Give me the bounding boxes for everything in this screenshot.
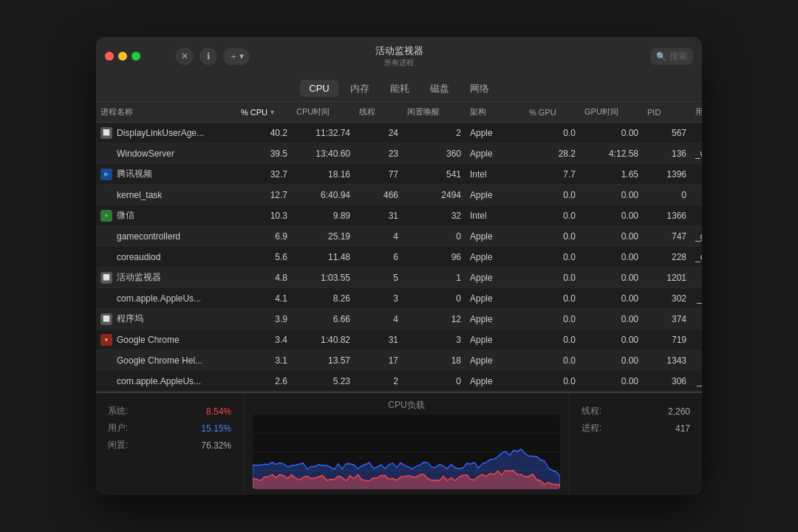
table-row[interactable]: ●微信10.39.893132Intel0.00.001366lumi xyxy=(96,205,702,226)
td-% GPU: 0.0 xyxy=(525,231,580,242)
td-架构: Apple xyxy=(466,376,525,386)
th-用户[interactable]: 用户 xyxy=(691,102,702,122)
tab-磁盘[interactable]: 磁盘 xyxy=(421,79,458,98)
add-button[interactable]: ＋ ▾ xyxy=(223,48,250,65)
td-闲置唤醒: 541 xyxy=(403,169,466,180)
tab-CPU[interactable]: CPU xyxy=(300,80,338,97)
td-% CPU: 40.2 xyxy=(236,128,292,138)
table-row[interactable]: com.apple.AppleUs...2.65.2320Apple0.00.0… xyxy=(96,371,702,392)
table-header: 进程名称% CPU ▼CPU时间线程闲置唤醒架构% GPUGPU时间PID用户 xyxy=(96,102,702,123)
td-线程: 4 xyxy=(355,231,403,242)
search-icon: 🔍 xyxy=(656,52,666,61)
process-name-text: gamecontrollerd xyxy=(117,231,180,242)
stat-label-right: 进程: xyxy=(582,422,601,434)
stat-row: 系统:8.54% xyxy=(108,405,231,417)
info-icon[interactable]: ℹ xyxy=(200,47,217,65)
td-进程名称: ⬜活动监视器 xyxy=(96,271,236,284)
tab-能耗[interactable]: 能耗 xyxy=(381,79,418,98)
td-闲置唤醒: 1 xyxy=(403,273,466,283)
close-button[interactable] xyxy=(105,52,114,61)
td-用户: root xyxy=(691,190,702,200)
stat-value: 76.32% xyxy=(201,440,231,451)
tab-内存[interactable]: 内存 xyxy=(341,79,378,98)
td-闲置唤醒: 0 xyxy=(403,293,466,304)
th-% CPU[interactable]: % CPU ▼ xyxy=(236,102,292,122)
tab-网络[interactable]: 网络 xyxy=(461,79,498,98)
th-GPU时间[interactable]: GPU时间 xyxy=(580,102,643,122)
process-name-text: 微信 xyxy=(117,209,134,222)
td-PID: 302 xyxy=(643,293,691,304)
td-GPU时间: 1.65 xyxy=(580,169,643,180)
td-用户: _coreau... xyxy=(691,252,702,262)
td-% GPU: 0.0 xyxy=(525,355,580,366)
table-row[interactable]: ⬜活动监视器4.81:03.5551Apple0.00.001201lumi xyxy=(96,267,702,288)
td-架构: Intel xyxy=(466,169,525,180)
td-架构: Apple xyxy=(466,293,525,304)
td-进程名称: ●Google Chrome xyxy=(96,334,236,346)
minimize-button[interactable] xyxy=(118,52,127,61)
td-% GPU: 0.0 xyxy=(525,211,580,221)
th-CPU时间[interactable]: CPU时间 xyxy=(292,102,355,122)
stat-row-right: 线程:2,260 xyxy=(582,405,690,417)
td-架构: Apple xyxy=(466,355,525,366)
td-GPU时间: 0.00 xyxy=(580,314,643,324)
td-进程名称: Google Chrome Hel... xyxy=(96,355,236,366)
td-PID: 1343 xyxy=(643,355,691,366)
table-row[interactable]: WindowServer39.513:40.6023360Apple28.24:… xyxy=(96,143,702,164)
td-用户: lumi xyxy=(691,169,702,180)
close-icon[interactable]: ✕ xyxy=(176,47,194,65)
table-row[interactable]: coreaudiod5.611.48696Apple0.00.00228_cor… xyxy=(96,247,702,267)
td-闲置唤醒: 2494 xyxy=(403,190,466,200)
td-CPU时间: 13:40.60 xyxy=(292,149,355,159)
table-row[interactable]: ●Google Chrome3.41:40.82313Apple0.00.007… xyxy=(96,330,702,350)
td-% CPU: 3.4 xyxy=(236,335,292,345)
th-进程名称[interactable]: 进程名称 xyxy=(96,102,236,122)
td-线程: 3 xyxy=(355,293,403,304)
td-% GPU: 0.0 xyxy=(525,376,580,386)
th-% GPU[interactable]: % GPU xyxy=(525,102,580,122)
table-row[interactable]: gamecontrollerd6.925.1940Apple0.00.00747… xyxy=(96,226,702,247)
td-GPU时间: 0.00 xyxy=(580,273,643,283)
td-闲置唤醒: 96 xyxy=(403,252,466,262)
td-CPU时间: 6:40.94 xyxy=(292,190,355,200)
th-闲置唤醒[interactable]: 闲置唤醒 xyxy=(403,102,466,122)
td-CPU时间: 25.19 xyxy=(292,231,355,242)
td-% GPU: 0.0 xyxy=(525,128,580,138)
table-row[interactable]: com.apple.AppleUs...4.18.2630Apple0.00.0… xyxy=(96,288,702,309)
maximize-button[interactable] xyxy=(132,52,140,61)
table-row[interactable]: ▶腾讯视频32.718.1677541Intel7.71.651396lumi xyxy=(96,164,702,185)
td-线程: 6 xyxy=(355,252,403,262)
td-进程名称: com.apple.AppleUs... xyxy=(96,375,236,387)
td-% CPU: 2.6 xyxy=(236,376,292,386)
tabs-container: CPU内存能耗磁盘网络 xyxy=(300,79,497,98)
td-闲置唤醒: 0 xyxy=(403,231,466,242)
table-row[interactable]: ⬜DisplayLinkUserAge...40.211:32.74242App… xyxy=(96,123,702,143)
td-CPU时间: 13.57 xyxy=(292,355,355,366)
table-row[interactable]: Google Chrome Hel...3.113.571718Apple0.0… xyxy=(96,350,702,371)
th-线程[interactable]: 线程 xyxy=(355,102,403,122)
td-% CPU: 4.8 xyxy=(236,273,292,283)
td-CPU时间: 8.26 xyxy=(292,293,355,304)
titlebar: ✕ ℹ ＋ ▾ 活动监视器 所有进程 🔍 搜索 xyxy=(96,37,702,75)
stat-label: 系统: xyxy=(108,405,128,417)
th-架构[interactable]: 架构 xyxy=(466,102,525,122)
td-线程: 31 xyxy=(355,335,403,345)
td-PID: 1396 xyxy=(643,169,691,180)
stat-label-right: 线程: xyxy=(582,405,601,417)
process-icon: ● xyxy=(100,334,112,346)
table-row[interactable]: ⬜程序坞3.96.66412Apple0.00.00374lumi xyxy=(96,309,702,330)
td-PID: 306 xyxy=(643,376,691,386)
td-% GPU: 0.0 xyxy=(525,314,580,324)
th-PID[interactable]: PID xyxy=(643,102,691,122)
td-GPU时间: 4:12.58 xyxy=(580,149,643,159)
td-进程名称: ⬜程序坞 xyxy=(96,313,236,325)
process-icon: ⬜ xyxy=(100,272,112,284)
search-box[interactable]: 🔍 搜索 xyxy=(650,48,693,65)
td-% CPU: 39.5 xyxy=(236,149,292,159)
table-row[interactable]: kernel_task12.76:40.944662494Apple0.00.0… xyxy=(96,185,702,205)
td-% CPU: 3.1 xyxy=(236,355,292,366)
td-闲置唤醒: 2 xyxy=(403,128,466,138)
process-name-text: coreaudiod xyxy=(117,252,160,262)
stat-value-right: 417 xyxy=(675,423,690,434)
td-闲置唤醒: 360 xyxy=(403,149,466,159)
